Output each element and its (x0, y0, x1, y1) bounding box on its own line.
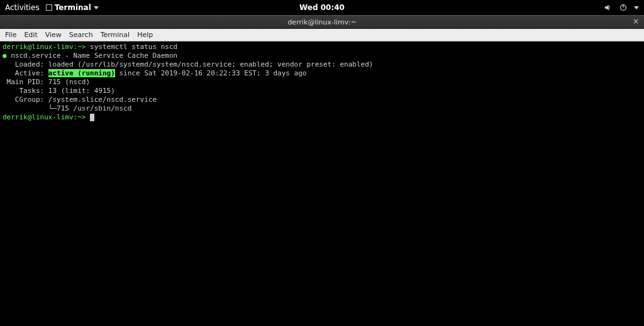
terminal-app-icon (46, 4, 52, 11)
chevron-down-icon (94, 6, 99, 9)
tasks-label: Tasks: (3, 87, 48, 95)
menu-bar: File Edit View Search Terminal Help (0, 29, 644, 41)
power-icon (619, 3, 628, 12)
loaded-value: loaded (/usr/lib/systemd/system/nscd.ser… (48, 60, 374, 68)
terminal-viewport[interactable]: derrik@linux-limv:~> systemctl status ns… (0, 41, 644, 326)
menu-terminal[interactable]: Terminal (101, 31, 130, 39)
tasks-value: 13 (limit: 4915) (48, 87, 115, 95)
activities-button[interactable]: Activities (5, 3, 40, 12)
service-line: nscd.service - Name Service Cache Daemon (7, 52, 178, 60)
chevron-down-icon (634, 6, 639, 9)
window-title-bar[interactable]: derrik@linux-limv:~ × (0, 15, 644, 29)
prompt-user: derrik@linux-limv: (3, 43, 77, 51)
command-text: systemctl status nscd (86, 43, 177, 51)
clock[interactable]: Wed 00:40 (299, 3, 345, 12)
menu-file[interactable]: File (5, 31, 16, 39)
prompt-user: derrik@linux-limv: (3, 113, 77, 121)
loaded-label: Loaded: (3, 60, 48, 68)
window-title: derrik@linux-limv:~ (287, 18, 356, 26)
app-menu-label: Terminal (55, 3, 91, 12)
active-label: Active: (3, 69, 48, 77)
gnome-top-bar: Activities Terminal Wed 00:40 (0, 0, 644, 15)
app-menu[interactable]: Terminal (46, 3, 99, 12)
prompt-path: ~> (77, 113, 86, 121)
menu-view[interactable]: View (45, 31, 62, 39)
cgroup-child: └─715 /usr/sbin/nscd (3, 104, 131, 112)
prompt-path: ~> (77, 43, 86, 51)
menu-edit[interactable]: Edit (24, 31, 37, 39)
mainpid-label: Main PID: (3, 78, 48, 86)
cgroup-value: /system.slice/nscd.service (48, 95, 157, 104)
menu-search[interactable]: Search (69, 31, 93, 39)
menu-help[interactable]: Help (137, 31, 153, 39)
system-status-area[interactable] (604, 3, 639, 12)
active-value: active (running) (48, 69, 115, 77)
cgroup-label: CGroup: (3, 95, 48, 104)
active-since: since Sat 2019-02-16 20:22:33 EST; 3 day… (115, 69, 307, 77)
status-bullet-icon: ● (3, 52, 7, 60)
close-button[interactable]: × (633, 17, 639, 26)
mainpid-value: 715 (nscd) (48, 78, 90, 86)
cursor-icon (90, 114, 94, 121)
volume-icon (604, 3, 613, 12)
